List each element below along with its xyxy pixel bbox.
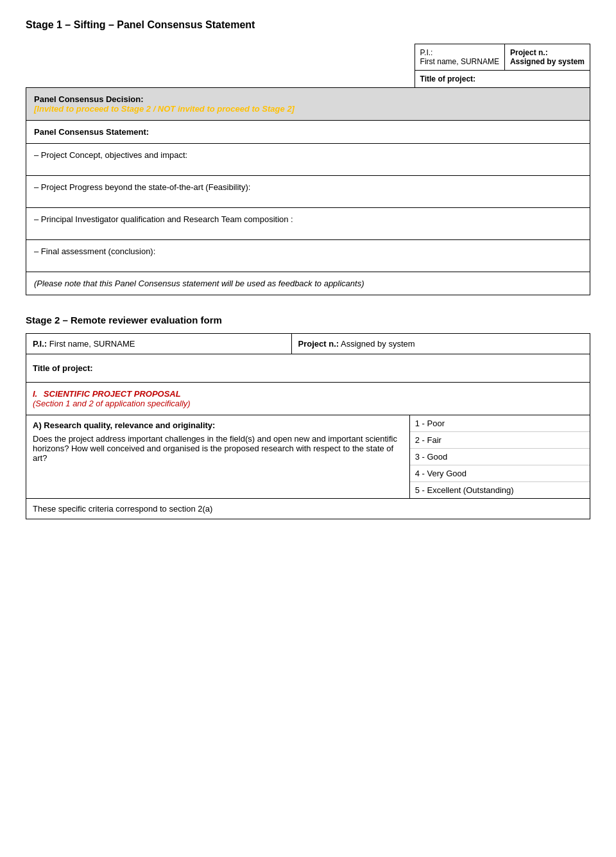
criteria-4-text: – Final assessment (conclusion):: [34, 247, 155, 256]
criteria-row-2: – Project Progress beyond the state-of-t…: [26, 176, 590, 208]
criteria-1-text: – Project Concept, objectives and impact…: [34, 150, 187, 160]
stage2-info-table: P.I.: First name, SURNAME Project n.: As…: [26, 333, 590, 415]
criteria-a-label-text: A) Research quality, relevance and origi…: [33, 420, 215, 430]
criteria-a-note-text: These specific criteria correspond to se…: [33, 504, 212, 514]
pi-label-text: P.I.:: [420, 48, 433, 57]
criteria-a-note-cell: These specific criteria correspond to se…: [26, 499, 590, 519]
project-n-cell: Project n.: Assigned by system: [504, 44, 590, 71]
stage2-pi-cell: P.I.: First name, SURNAME: [26, 334, 292, 354]
criteria-row-1: – Project Concept, objectives and impact…: [26, 144, 590, 176]
stage2-title-label: Title of project:: [33, 363, 93, 373]
panel-decision-row: Panel Consensus Decision: [Invited to pr…: [26, 88, 590, 121]
panel-consensus-statement-row: Panel Consensus Statement:: [26, 121, 590, 144]
stage2-project-n-cell: Project n.: Assigned by system: [291, 334, 590, 354]
pi-value-text: First name, SURNAME: [420, 57, 499, 66]
pi-label: P.I.: First name, SURNAME: [415, 44, 504, 71]
stage2-section-i-cell: I. SCIENTIFIC PROJECT PROPOSAL (Section …: [26, 383, 590, 415]
stage2-pi-label: P.I.:: [33, 339, 47, 349]
title-label: Title of project:: [420, 74, 475, 83]
italic-note-text: (Please note that this Panel Consensus s…: [34, 279, 364, 288]
rating-5: 5 - Excellent (Outstanding): [410, 482, 590, 498]
panel-decision-label: Panel Consensus Decision:: [34, 94, 144, 104]
criteria-a-table: A) Research quality, relevance and origi…: [26, 415, 590, 519]
section-i-number: I.: [33, 389, 37, 399]
criteria-row-4: – Final assessment (conclusion):: [26, 240, 590, 272]
stage2-pi-value: First name, SURNAME: [49, 339, 135, 349]
rating-4: 4 - Very Good: [410, 465, 590, 482]
panel-decision-text: [Invited to proceed to Stage 2 / NOT inv…: [34, 104, 295, 114]
stage2-project-n-label: Project n.:: [298, 339, 339, 349]
italic-note: (Please note that this Panel Consensus s…: [26, 272, 590, 295]
section-i-sublabel: (Section 1 and 2 of application specific…: [33, 399, 191, 408]
rating-1: 1 - Poor: [410, 415, 590, 432]
criteria-a-desc-text: Does the project address important chall…: [33, 434, 397, 463]
stage2-project-n-value: Assigned by system: [341, 339, 415, 349]
criteria-a-label: A) Research quality, relevance and origi…: [33, 420, 403, 430]
rating-2: 2 - Fair: [410, 432, 590, 449]
section-i-label: SCIENTIFIC PROJECT PROPOSAL: [44, 389, 181, 399]
criteria-3-text: – Principal Investigator qualification a…: [34, 214, 293, 224]
stage2-section: Stage 2 – Remote reviewer evaluation for…: [26, 315, 590, 519]
stage1-panel: Panel Consensus Decision: [Invited to pr…: [26, 87, 590, 295]
panel-consensus-statement-label: Panel Consensus Statement:: [34, 127, 149, 137]
criteria-row-3: – Principal Investigator qualification a…: [26, 208, 590, 240]
stage1-section: P.I.: First name, SURNAME Project n.: As…: [26, 44, 590, 295]
stage2-title: Stage 2 – Remote reviewer evaluation for…: [26, 315, 590, 325]
top-right-info: P.I.: First name, SURNAME Project n.: As…: [26, 44, 590, 88]
project-n-label: Project n.:: [510, 48, 548, 57]
page-title: Stage 1 – Sifting – Panel Consensus Stat…: [26, 19, 590, 31]
project-n-value: Assigned by system: [510, 57, 585, 66]
ratings-cell: 1 - Poor 2 - Fair 3 - Good 4 - Very Good…: [409, 415, 590, 499]
criteria-2-text: – Project Progress beyond the state-of-t…: [34, 182, 250, 192]
title-of-project-cell: Title of project:: [415, 71, 590, 88]
criteria-a-cell: A) Research quality, relevance and origi…: [26, 415, 410, 499]
criteria-a-description: Does the project address important chall…: [33, 434, 403, 463]
rating-3: 3 - Good: [410, 449, 590, 465]
header-info-table: P.I.: First name, SURNAME Project n.: As…: [415, 44, 590, 88]
stage2-title-of-project-cell: Title of project:: [26, 354, 590, 383]
